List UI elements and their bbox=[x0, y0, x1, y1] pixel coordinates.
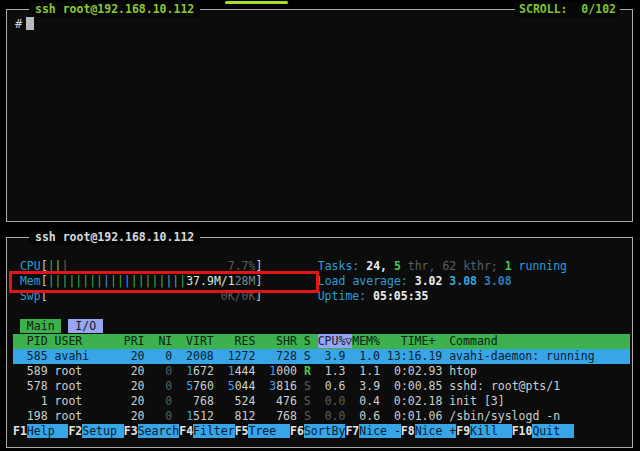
process-row-578-seg bbox=[255, 379, 269, 393]
fkey-quit[interactable]: Quit bbox=[532, 424, 574, 438]
fkey-nice-[interactable]: Nice + bbox=[415, 424, 457, 438]
mem-meter-line: Mem[||||||||||||||||||||37.9M/128M] Load… bbox=[13, 274, 630, 289]
prompt-char: # bbox=[15, 17, 22, 31]
process-row-198-seg: 0.0 bbox=[325, 409, 346, 423]
mem-meter-line-seg: | bbox=[103, 274, 110, 288]
function-key-bar-seg: F4 bbox=[179, 424, 193, 438]
function-key-bar-seg: F8 bbox=[401, 424, 415, 438]
cpu-meter-line-seg: thr, bbox=[401, 259, 443, 273]
process-row-589-seg: 444 bbox=[235, 364, 256, 378]
pane-top-ssh[interactable]: ssh root@192.168.10.112 SCROLL: 0/102 # bbox=[6, 9, 633, 222]
process-row-578-seg: 578 root 20 bbox=[13, 379, 145, 393]
process-row-578-seg: S bbox=[304, 379, 311, 393]
mem-meter-line-seg: |||||||| bbox=[48, 274, 103, 288]
process-row-589-seg bbox=[214, 364, 228, 378]
process-row-578-seg bbox=[297, 379, 304, 393]
process-row-198[interactable]: 198 root 20 0 1512 812 768 S 0.0 0.6 0:0… bbox=[13, 409, 630, 424]
mem-meter-line-seg: 3.08 bbox=[449, 274, 484, 288]
cpu-meter-line-seg: running bbox=[512, 259, 567, 273]
process-row-578-seg: 0 bbox=[145, 379, 173, 393]
function-key-bar-seg: F10 bbox=[512, 424, 533, 438]
process-row-1-seg: 0.0 bbox=[325, 394, 346, 408]
process-row-1-seg: 0 bbox=[145, 394, 173, 408]
process-row-589-seg: 1 bbox=[228, 364, 235, 378]
process-row-1-seg: 0.4 0:02.18 init [3] bbox=[345, 394, 504, 408]
table-header-seg: MEM% TIME+ Command bbox=[352, 334, 629, 348]
process-row-1[interactable]: 1 root 20 0 768 524 476 S 0.0 0.4 0:02.1… bbox=[13, 394, 630, 409]
process-row-1-seg bbox=[297, 394, 304, 408]
cpu-meter-line-seg: 5 bbox=[394, 259, 401, 273]
swp-meter-line-seg: 0K/0K bbox=[221, 289, 256, 303]
mem-meter-line-seg: 3.02 bbox=[415, 274, 450, 288]
function-key-bar-seg: F3 bbox=[124, 424, 138, 438]
process-row-589-seg bbox=[297, 364, 304, 378]
process-row-198-seg: 812 768 bbox=[214, 409, 297, 423]
cpu-meter-line-seg: CPU bbox=[13, 259, 41, 273]
cpu-meter-line: CPU[||| 7.7%] Tasks: 24, 5 thr, 62 kthr;… bbox=[13, 259, 630, 274]
sort-column-cpu[interactable]: CPU%▽ bbox=[318, 334, 353, 348]
process-row-589-seg: 0 bbox=[145, 364, 173, 378]
fkey-nice-[interactable]: Nice - bbox=[359, 424, 401, 438]
process-row-578-seg: 044 bbox=[235, 379, 256, 393]
function-key-bar-seg: F2 bbox=[68, 424, 82, 438]
cpu-meter-line-seg: 7.7% bbox=[228, 259, 256, 273]
cpu-meter-line-seg: [ bbox=[41, 259, 48, 273]
function-key-bar-seg: F1 bbox=[13, 424, 27, 438]
swp-meter-line-seg: 05:05:35 bbox=[373, 289, 428, 303]
swp-meter-line-seg bbox=[48, 289, 221, 303]
cpu-meter-line-seg: 62 kthr; bbox=[442, 259, 504, 273]
process-row-589[interactable]: 589 root 20 0 1672 1444 1000 R 1.3 1.1 0… bbox=[13, 364, 630, 379]
process-row-198-seg: 198 root 20 bbox=[13, 409, 145, 423]
mem-meter-line-seg: || bbox=[165, 274, 179, 288]
blank-line-2-seg bbox=[13, 304, 20, 318]
process-row-589-seg: 589 root 20 bbox=[13, 364, 145, 378]
htop-screen: CPU[||| 7.7%] Tasks: 24, 5 thr, 62 kthr;… bbox=[13, 244, 630, 439]
process-row-589-seg: 672 bbox=[193, 364, 214, 378]
process-row-589-seg: 1.3 1.1 0:02.93 htop bbox=[311, 364, 477, 378]
process-row-578[interactable]: 578 root 20 0 5760 5044 3816 S 0.6 3.9 0… bbox=[13, 379, 630, 394]
mem-meter-line-seg: 3.08 bbox=[484, 274, 512, 288]
blank-line-2 bbox=[13, 304, 630, 319]
cpu-meter-line-seg bbox=[262, 259, 317, 273]
tab-main[interactable]: Main bbox=[20, 319, 62, 333]
fkey-filter[interactable]: Filter bbox=[193, 424, 235, 438]
process-row-198-seg bbox=[297, 409, 304, 423]
fkey-search[interactable]: Search bbox=[138, 424, 180, 438]
process-row-578-seg: 5 bbox=[228, 379, 235, 393]
table-header[interactable]: PID USER PRI NI VIRT RES SHR S CPU%▽MEM%… bbox=[13, 334, 630, 349]
swp-meter-line-seg: Swp bbox=[13, 289, 41, 303]
mem-meter-line-seg: | bbox=[124, 274, 131, 288]
cpu-meter-line-seg: | bbox=[55, 259, 62, 273]
mem-meter-line-seg: || bbox=[110, 274, 124, 288]
pane-bottom-ssh[interactable]: ssh root@192.168.10.112 CPU[||| 7.7%] Ta… bbox=[6, 237, 633, 448]
function-key-bar-seg: F9 bbox=[456, 424, 470, 438]
process-row-578-seg bbox=[172, 379, 186, 393]
process-row-198-seg: 0 bbox=[145, 409, 173, 423]
swp-meter-line-seg: [ bbox=[41, 289, 48, 303]
tab-io[interactable]: I/O bbox=[68, 319, 103, 333]
function-key-bar-seg: F6 bbox=[290, 424, 304, 438]
fkey-sortby[interactable]: SortBy bbox=[304, 424, 346, 438]
tab-bar: Main I/O bbox=[13, 319, 630, 334]
bottom-pane-title: ssh root@192.168.10.112 bbox=[29, 230, 200, 245]
process-row-1-seg: 1 root 20 bbox=[13, 394, 145, 408]
cpu-meter-line-seg: Tasks: bbox=[318, 259, 366, 273]
process-row-585[interactable]: 585 avahi 20 0 2008 1272 728 S 3.9 1.0 1… bbox=[13, 349, 630, 364]
function-key-bar-seg: F7 bbox=[345, 424, 359, 438]
terminal-cursor bbox=[26, 17, 34, 30]
mem-meter-line-seg: Mem bbox=[13, 274, 41, 288]
shell-prompt-line[interactable]: # bbox=[15, 17, 34, 32]
fkey-kill[interactable]: Kill bbox=[470, 424, 512, 438]
mem-meter-line-seg: 37.9M/1 bbox=[186, 274, 234, 288]
overlay-progress-line bbox=[225, 1, 288, 4]
process-row-1-seg: S bbox=[304, 394, 311, 408]
fkey-help[interactable]: Help bbox=[27, 424, 69, 438]
process-row-1-seg bbox=[311, 394, 325, 408]
process-row-589-seg: R bbox=[304, 364, 311, 378]
tab-bar-seg bbox=[13, 319, 20, 333]
top-pane-title: ssh root@192.168.10.112 bbox=[29, 2, 200, 17]
fkey-setup[interactable]: Setup bbox=[82, 424, 124, 438]
process-row-578-seg bbox=[214, 379, 228, 393]
scroll-indicator: SCROLL: 0/102 bbox=[515, 2, 620, 17]
fkey-tree[interactable]: Tree bbox=[248, 424, 290, 438]
